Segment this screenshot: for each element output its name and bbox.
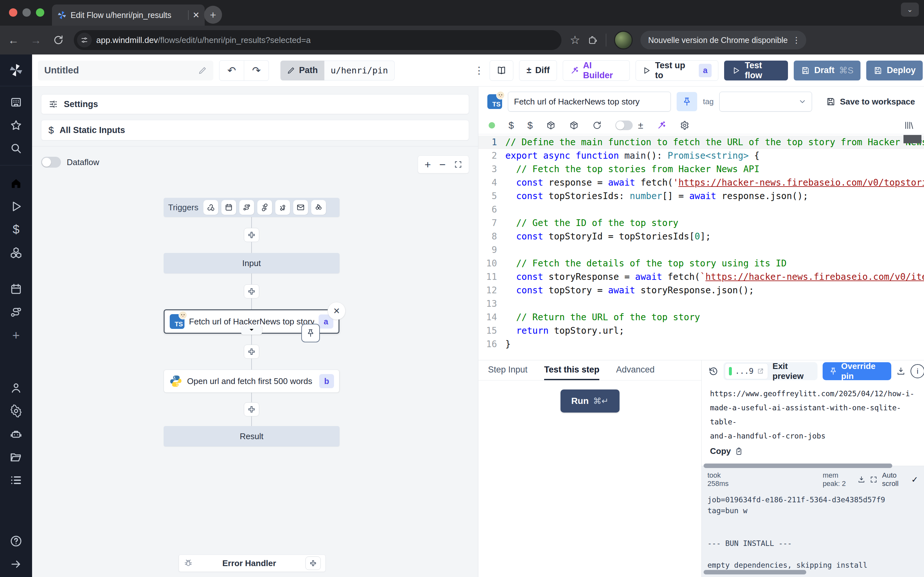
gear-icon[interactable] bbox=[680, 121, 690, 130]
add-step-button[interactable] bbox=[244, 402, 259, 416]
diff-mode-toggle[interactable] bbox=[615, 121, 633, 130]
minimize-window-button[interactable] bbox=[23, 8, 31, 17]
sidebar-item-resources[interactable] bbox=[9, 245, 23, 259]
package-icon[interactable] bbox=[546, 121, 556, 130]
sidebar-item-favorites[interactable] bbox=[9, 118, 23, 132]
add-step-button[interactable] bbox=[244, 284, 259, 298]
download-icon[interactable] bbox=[897, 367, 905, 376]
reload-button[interactable] bbox=[51, 35, 65, 45]
undo-button[interactable]: ↶ bbox=[219, 60, 244, 81]
code-line[interactable]: 6 bbox=[478, 203, 924, 216]
test-up-to-button[interactable]: Test up to a bbox=[636, 60, 719, 81]
pin-button[interactable] bbox=[677, 92, 697, 111]
step-summary-input[interactable]: Fetch url of HackerNews top story bbox=[508, 92, 671, 111]
ai-assistant-icon[interactable] bbox=[657, 121, 666, 130]
auto-scroll-checkbox[interactable]: ✓ bbox=[911, 475, 918, 485]
windmill-logo[interactable] bbox=[9, 63, 23, 77]
back-button[interactable]: ← bbox=[6, 34, 21, 47]
info-icon[interactable]: i bbox=[911, 364, 924, 378]
new-tab-button[interactable]: + bbox=[204, 6, 222, 24]
expand-logs-icon[interactable] bbox=[870, 476, 877, 484]
code-line[interactable]: 7 // Get the ID of the top story bbox=[478, 216, 924, 230]
code-line[interactable]: 14 // Return the URL of the top story bbox=[478, 311, 924, 324]
sidebar-item-variables[interactable]: $ bbox=[9, 222, 23, 237]
sidebar-item-settings[interactable] bbox=[9, 404, 23, 418]
sidebar-item-home[interactable] bbox=[9, 176, 23, 190]
close-tab-icon[interactable]: ✕ bbox=[192, 10, 200, 20]
static-inputs-row[interactable]: $ All Static Inputs bbox=[41, 120, 469, 140]
zoom-window-button[interactable] bbox=[36, 8, 44, 17]
remove-step-button[interactable]: ✕ bbox=[328, 302, 346, 320]
exit-preview-button[interactable]: Exit preview bbox=[772, 361, 816, 381]
sidebar-item-workspace[interactable] bbox=[9, 95, 23, 109]
close-window-button[interactable] bbox=[9, 8, 17, 17]
flow-name-field[interactable]: Untitled bbox=[38, 61, 213, 81]
more-options-icon[interactable]: ⋮ bbox=[474, 65, 484, 76]
chrome-menu-icon[interactable]: ⋮ bbox=[792, 35, 800, 45]
site-settings-icon[interactable] bbox=[77, 33, 92, 47]
override-pin-button[interactable]: Override pin bbox=[822, 362, 891, 380]
sidebar-item-workers[interactable] bbox=[9, 427, 23, 441]
tab-advanced[interactable]: Advanced bbox=[616, 360, 654, 380]
result-url[interactable]: https://www.geoffreylitt.com/2025/04/12/… bbox=[702, 382, 924, 443]
sidebar-item-folders[interactable] bbox=[9, 450, 23, 464]
code-line[interactable]: 9 bbox=[478, 243, 924, 257]
code-line[interactable]: 8 const topStoryId = topStoriesIds[0]; bbox=[478, 230, 924, 243]
fit-view-button[interactable] bbox=[454, 160, 462, 169]
sidebar-item-schedules[interactable] bbox=[9, 282, 23, 296]
step-node-a[interactable]: TS Fetch url of HackerNews top story a ✕ bbox=[164, 309, 339, 334]
sidebar-item-help[interactable] bbox=[9, 534, 23, 548]
tab-test-this-step[interactable]: Test this step bbox=[544, 360, 599, 380]
deploy-button[interactable]: Deploy bbox=[866, 61, 923, 81]
path-control[interactable]: Path u/henri/pin bbox=[280, 61, 395, 81]
code-line[interactable]: 12 const topStory = await storyResponse.… bbox=[478, 284, 924, 297]
save-to-workspace-button[interactable]: Save to workspace bbox=[826, 97, 915, 107]
input-node[interactable]: Input bbox=[164, 253, 339, 274]
sidebar-item-groups[interactable] bbox=[9, 473, 23, 487]
code-editor[interactable]: 1// Define the main function to fetch th… bbox=[478, 134, 924, 360]
library-icon[interactable] bbox=[904, 121, 914, 130]
copy-row[interactable]: Copy bbox=[702, 443, 924, 459]
url-bar[interactable]: app.windmill.dev/flows/edit/u/henri/pin_… bbox=[74, 30, 561, 50]
code-line[interactable]: 15 return topStory.url; bbox=[478, 324, 924, 338]
sidebar-item-user[interactable] bbox=[9, 381, 23, 395]
flow-settings-row[interactable]: Settings bbox=[41, 94, 469, 114]
reload-icon[interactable] bbox=[592, 121, 602, 130]
ai-builder-button[interactable]: AI Builder bbox=[563, 60, 630, 81]
code-line[interactable]: 10 // Fetch the details of the top story… bbox=[478, 257, 924, 270]
external-link-icon[interactable] bbox=[757, 367, 764, 375]
tab-step-input[interactable]: Step Input bbox=[488, 360, 527, 380]
chrome-chevron-button[interactable]: ⌄ bbox=[901, 3, 919, 17]
download-logs-icon[interactable] bbox=[858, 476, 865, 484]
code-line[interactable]: 1// Define the main function to fetch th… bbox=[478, 135, 924, 149]
chrome-update-chip[interactable]: Nouvelle version de Chrome disponible ⋮ bbox=[640, 31, 806, 49]
error-handler-node[interactable]: Error Handler bbox=[179, 554, 326, 572]
bookmark-star-icon[interactable]: ☆ bbox=[570, 33, 580, 47]
job-badge[interactable]: ...9 bbox=[725, 363, 768, 379]
flow-graph[interactable]: Dataflow + − Triggers bbox=[32, 146, 478, 577]
sidebar-collapse-icon[interactable] bbox=[9, 557, 23, 571]
poll-icon[interactable] bbox=[311, 200, 326, 215]
websocket-icon[interactable] bbox=[257, 200, 272, 215]
extensions-icon[interactable] bbox=[588, 35, 598, 45]
sidebar-item-routes[interactable] bbox=[9, 305, 23, 319]
add-step-button[interactable] bbox=[244, 228, 259, 242]
route-icon[interactable] bbox=[239, 200, 254, 215]
edit-name-pencil-icon[interactable] bbox=[198, 66, 207, 75]
docs-book-button[interactable] bbox=[489, 60, 513, 81]
pinned-result-icon[interactable] bbox=[301, 324, 320, 342]
log-scrollbar-horizontal[interactable] bbox=[704, 464, 892, 468]
run-button[interactable]: Run ⌘↵ bbox=[561, 390, 620, 413]
code-line[interactable]: 4 const response = await fetch('https://… bbox=[478, 176, 924, 189]
zoom-in-button[interactable]: + bbox=[425, 158, 431, 171]
code-line[interactable]: 3 // Fetch the top stories from Hacker N… bbox=[478, 163, 924, 176]
result-node[interactable]: Result bbox=[164, 426, 339, 446]
webhook-icon[interactable] bbox=[204, 200, 218, 215]
add-step-button[interactable] bbox=[244, 345, 259, 359]
log-scrollbar-horizontal[interactable] bbox=[704, 570, 806, 574]
resources-dollar-icon[interactable]: $ bbox=[527, 120, 533, 131]
path-value[interactable]: u/henri/pin bbox=[325, 61, 395, 81]
sidebar-item-search[interactable] bbox=[9, 141, 23, 155]
forward-button[interactable]: → bbox=[29, 34, 43, 47]
code-line[interactable]: 11 const storyResponse = await fetch(`ht… bbox=[478, 270, 924, 284]
